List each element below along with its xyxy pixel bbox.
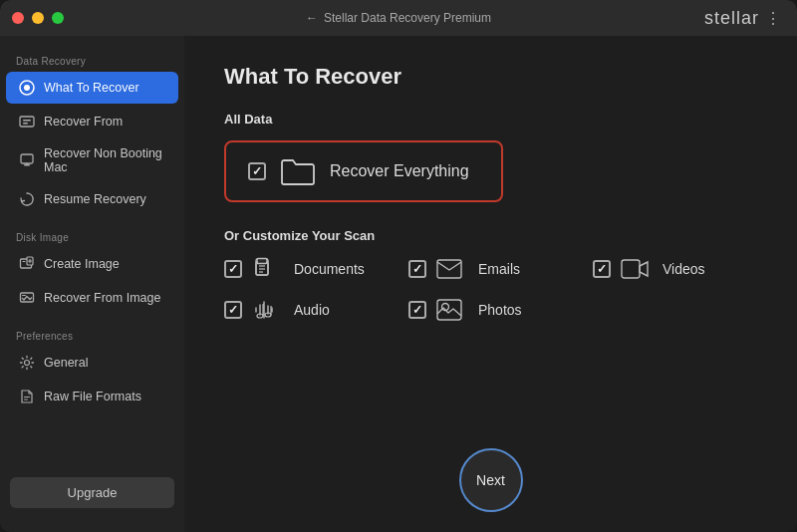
sidebar-item-label: Recover Non Booting Mac bbox=[44, 146, 166, 174]
back-icon[interactable]: ← bbox=[306, 11, 318, 25]
page-title: What To Recover bbox=[224, 64, 757, 90]
recover-everything-label: Recover Everything bbox=[330, 162, 469, 180]
audio-checkbox[interactable] bbox=[224, 301, 242, 319]
videos-icon bbox=[621, 258, 653, 280]
videos-label: Videos bbox=[663, 261, 705, 277]
recover-everything-card[interactable]: Recover Everything bbox=[224, 140, 503, 202]
svg-rect-15 bbox=[24, 399, 28, 400]
sidebar-item-label: General bbox=[44, 356, 88, 370]
gear-icon bbox=[18, 354, 36, 372]
scan-option-emails[interactable]: Emails bbox=[408, 257, 573, 281]
sidebar-item-create-image[interactable]: Create Image bbox=[6, 248, 178, 280]
upgrade-button[interactable]: Upgrade bbox=[10, 477, 174, 508]
sidebar-item-label: Recover From bbox=[44, 115, 123, 129]
audio-icon bbox=[252, 297, 284, 323]
all-data-label: All Data bbox=[224, 112, 757, 127]
sidebar-item-label: Recover From Image bbox=[44, 291, 160, 305]
non-booting-icon bbox=[18, 151, 36, 169]
titlebar: ← Stellar Data Recovery Premium stellar … bbox=[0, 0, 797, 36]
audio-label: Audio bbox=[294, 302, 330, 318]
sidebar-item-label: Create Image bbox=[44, 257, 120, 271]
sidebar-item-recover-from-image[interactable]: Recover From Image bbox=[6, 282, 178, 314]
maximize-button[interactable] bbox=[52, 12, 64, 24]
svg-rect-3 bbox=[23, 120, 31, 122]
videos-checkbox[interactable] bbox=[593, 260, 611, 278]
titlebar-title: ← Stellar Data Recovery Premium bbox=[306, 11, 491, 25]
what-to-recover-icon bbox=[18, 79, 36, 97]
photos-icon bbox=[436, 298, 468, 322]
main-content: What To Recover All Data Recover Everyth… bbox=[184, 36, 797, 532]
minimize-button[interactable] bbox=[32, 12, 44, 24]
raw-file-icon bbox=[18, 388, 36, 405]
customize-label: Or Customize Your Scan bbox=[224, 228, 757, 243]
svg-rect-23 bbox=[437, 260, 461, 278]
section-label-data-recovery: Data Recovery bbox=[0, 48, 184, 71]
window-controls bbox=[12, 12, 64, 24]
sidebar: Data Recovery What To Recover Recover Fr… bbox=[0, 36, 184, 532]
sidebar-item-recover-from[interactable]: Recover From bbox=[6, 106, 178, 137]
svg-rect-2 bbox=[20, 117, 34, 127]
documents-icon bbox=[252, 257, 284, 281]
scan-option-documents[interactable]: Documents bbox=[224, 257, 389, 281]
documents-checkbox[interactable] bbox=[224, 260, 242, 278]
next-button-area: Next bbox=[459, 448, 523, 512]
emails-label: Emails bbox=[478, 261, 520, 277]
sidebar-item-recover-non-booting[interactable]: Recover Non Booting Mac bbox=[6, 139, 178, 181]
resume-icon bbox=[18, 190, 36, 208]
sidebar-item-label: Resume Recovery bbox=[44, 192, 146, 206]
svg-rect-24 bbox=[622, 260, 640, 278]
logo-text: stellar bbox=[704, 8, 759, 29]
svg-point-1 bbox=[24, 85, 30, 91]
photos-checkbox[interactable] bbox=[408, 301, 426, 319]
customize-section: Or Customize Your Scan bbox=[224, 228, 757, 323]
svg-rect-12 bbox=[22, 295, 26, 296]
recover-from-icon bbox=[18, 113, 36, 131]
emails-icon bbox=[436, 258, 468, 280]
folder-icon bbox=[280, 156, 316, 186]
next-button[interactable]: Next bbox=[459, 448, 523, 512]
close-button[interactable] bbox=[12, 12, 24, 24]
svg-point-13 bbox=[25, 361, 30, 366]
emails-checkbox[interactable] bbox=[408, 260, 426, 278]
section-label-disk-image: Disk Image bbox=[0, 224, 184, 247]
recover-from-image-icon bbox=[18, 289, 36, 307]
documents-label: Documents bbox=[294, 261, 365, 277]
app-logo: stellar ⋮ bbox=[704, 8, 781, 29]
sidebar-bottom: Upgrade bbox=[0, 465, 184, 520]
sidebar-item-general[interactable]: General bbox=[6, 347, 178, 379]
svg-rect-5 bbox=[21, 154, 33, 163]
app-body: Data Recovery What To Recover Recover Fr… bbox=[0, 36, 797, 532]
sidebar-item-resume-recovery[interactable]: Resume Recovery bbox=[6, 183, 178, 215]
svg-rect-7 bbox=[26, 163, 28, 165]
section-label-preferences: Preferences bbox=[0, 323, 184, 346]
scan-options-grid: Documents Emails bbox=[224, 257, 757, 323]
recover-everything-checkbox[interactable] bbox=[248, 162, 266, 180]
sidebar-item-what-to-recover[interactable]: What To Recover bbox=[6, 72, 178, 104]
svg-rect-14 bbox=[24, 397, 30, 398]
scan-option-videos[interactable]: Videos bbox=[593, 257, 757, 281]
sidebar-item-raw-file-formats[interactable]: Raw File Formats bbox=[6, 381, 178, 412]
sidebar-item-label: What To Recover bbox=[44, 81, 139, 95]
menu-icon[interactable]: ⋮ bbox=[765, 9, 781, 28]
scan-option-photos[interactable]: Photos bbox=[408, 297, 573, 323]
svg-rect-9 bbox=[23, 261, 26, 262]
svg-rect-4 bbox=[23, 123, 28, 125]
scan-option-audio[interactable]: Audio bbox=[224, 297, 389, 323]
sidebar-item-label: Raw File Formats bbox=[44, 390, 141, 403]
create-image-icon bbox=[18, 255, 36, 273]
photos-label: Photos bbox=[478, 302, 522, 318]
